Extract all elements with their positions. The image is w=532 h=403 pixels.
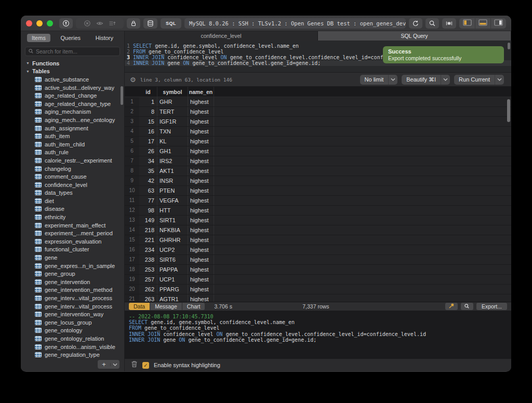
result-row[interactable]: 15 221 GHRHR highest <box>125 235 511 245</box>
search-button[interactable] <box>425 18 439 29</box>
result-row[interactable]: 21 263 AGTR1 highest <box>125 294 511 302</box>
syntax-highlighting-checkbox[interactable]: ✓ <box>142 362 149 369</box>
tab-sql-query[interactable]: SQL Query <box>318 31 511 41</box>
sidebar-table-item[interactable]: active_substance <box>21 75 124 84</box>
sidebar-table-item[interactable]: calorie_restr..._experiment <box>21 156 124 165</box>
sidebar-table-item[interactable]: gene <box>21 253 124 262</box>
cell-id[interactable]: 35 <box>139 166 157 176</box>
cell-symbol[interactable]: IGF1R <box>157 117 188 126</box>
sidebar-table-item[interactable]: gene_locus_group <box>21 318 124 327</box>
column-header-id[interactable]: id <box>139 87 157 97</box>
cell-name-en[interactable]: highest <box>188 137 214 146</box>
sidebar-table-item[interactable]: age_related_change <box>21 91 124 100</box>
cell-id[interactable]: 26 <box>139 146 157 156</box>
sidebar-table-item[interactable]: changelog <box>21 165 124 173</box>
tab-data[interactable]: Data <box>129 303 150 310</box>
cell-name-en[interactable]: highest <box>188 166 214 176</box>
search-results-button[interactable] <box>461 303 473 310</box>
fit-window-button[interactable] <box>442 18 456 29</box>
cell-id[interactable]: 34 <box>139 156 157 166</box>
cell-id[interactable]: 253 <box>139 265 157 274</box>
sidebar-tab-queries[interactable]: Queries <box>56 34 86 42</box>
sidebar-table-item[interactable]: gene_group <box>21 270 124 278</box>
plus-icon[interactable]: + <box>98 360 110 368</box>
pin-result-button[interactable] <box>445 303 458 310</box>
cell-name-en[interactable]: highest <box>188 255 214 264</box>
sidebar-table-item[interactable]: gene_intervention_way <box>21 310 124 318</box>
refresh-button[interactable] <box>409 18 422 29</box>
column-header-name-en[interactable]: name_en <box>188 87 214 97</box>
sidebar-table-item[interactable]: diet <box>21 197 124 205</box>
sidebar-search[interactable] <box>25 47 120 56</box>
result-row[interactable]: 10 63 PTEN highest <box>125 186 511 196</box>
cell-name-en[interactable]: highest <box>188 97 214 106</box>
sidebar-table-item[interactable]: aging_mech...ene_ontology <box>21 116 124 124</box>
cell-id[interactable]: 257 <box>139 275 157 284</box>
close-window-button[interactable] <box>26 20 32 26</box>
cell-id[interactable]: 149 <box>139 216 157 225</box>
sidebar-tab-history[interactable]: History <box>91 34 118 42</box>
cell-id[interactable]: 8 <box>139 107 157 116</box>
sidebar-table-item[interactable]: experiment_main_effect <box>21 221 124 230</box>
disclosure-triangle-icon[interactable]: ▼ <box>26 70 30 73</box>
functions-group[interactable]: ▼ Functions <box>21 59 124 68</box>
cell-id[interactable]: 221 <box>139 235 157 245</box>
result-row[interactable]: 19 257 UCP1 highest <box>125 275 511 285</box>
sidebar-table-item[interactable]: auth_item <box>21 132 124 140</box>
result-row[interactable]: 17 238 SIRT6 highest <box>125 255 511 265</box>
trash-icon[interactable] <box>131 360 138 370</box>
cell-symbol[interactable]: SIRT1 <box>157 216 188 225</box>
result-row[interactable]: 16 234 UCP2 highest <box>125 245 511 255</box>
cell-id[interactable]: 263 <box>139 294 157 302</box>
result-row[interactable]: 20 262 PPARG highest <box>125 285 511 294</box>
result-row[interactable]: 4 16 TXN highest <box>125 127 511 137</box>
result-row[interactable]: 9 42 INSR highest <box>125 176 511 186</box>
gear-icon[interactable]: ⚙ <box>130 76 136 83</box>
cell-name-en[interactable]: highest <box>188 245 214 254</box>
result-row[interactable]: 5 17 KL highest <box>125 137 511 146</box>
search-input[interactable] <box>36 48 117 55</box>
sidebar-table-item[interactable]: expression_evaluation <box>21 237 124 246</box>
sidebar-table-item[interactable]: auth_item_child <box>21 140 124 149</box>
chevron-down-icon[interactable] <box>388 75 397 85</box>
chevron-down-icon[interactable] <box>441 75 450 85</box>
cell-id[interactable]: 262 <box>139 285 157 294</box>
cell-name-en[interactable]: highest <box>188 117 214 126</box>
cell-symbol[interactable]: NFKBIA <box>157 225 188 235</box>
sidebar-table-item[interactable]: gene_regulation_type <box>21 351 124 359</box>
cell-name-en[interactable]: highest <box>188 285 214 294</box>
cell-id[interactable]: 1 <box>139 97 157 106</box>
result-row[interactable]: 3 15 IGF1R highest <box>125 117 511 127</box>
cell-name-en[interactable]: highest <box>188 107 214 116</box>
cell-name-en[interactable]: highest <box>188 235 214 245</box>
cell-name-en[interactable]: highest <box>188 206 214 215</box>
sidebar-table-item[interactable]: aging_mechanism <box>21 108 124 116</box>
cell-symbol[interactable]: PPARG <box>157 285 188 294</box>
cell-id[interactable]: 42 <box>139 176 157 185</box>
sidebar-table-item[interactable]: gene_ontology <box>21 327 124 335</box>
sidebar-table-item[interactable]: comment_cause <box>21 172 124 181</box>
cell-id[interactable]: 234 <box>139 245 157 254</box>
cell-name-en[interactable]: highest <box>188 294 214 302</box>
cell-symbol[interactable]: KL <box>157 137 188 146</box>
sidebar-table-item[interactable]: gene_intervention <box>21 278 124 286</box>
beautify-button[interactable]: Beautify ⌘I <box>402 75 450 85</box>
sidebar-table-item[interactable]: experiment_...ment_period <box>21 229 124 237</box>
cell-symbol[interactable]: INSR <box>157 176 188 185</box>
connection-button[interactable] <box>59 18 73 29</box>
result-row[interactable]: 14 218 NFKBIA highest <box>125 225 511 235</box>
disclosure-triangle-icon[interactable]: ▼ <box>26 61 30 65</box>
sidebar-table-item[interactable]: functional_cluster <box>21 246 124 254</box>
cell-symbol[interactable]: PTEN <box>157 186 188 195</box>
sidebar-table-item[interactable]: gene_interv...vital_process <box>21 302 124 311</box>
limit-dropdown[interactable]: No limit <box>360 75 398 85</box>
sidebar-table-item[interactable]: gene_ontology_relation <box>21 334 124 343</box>
result-row[interactable]: 12 98 HTT highest <box>125 206 511 216</box>
cell-id[interactable]: 77 <box>139 196 157 205</box>
zoom-window-button[interactable] <box>47 20 53 26</box>
result-row[interactable]: 2 8 TERT highest <box>125 107 511 117</box>
toggle-left-panel-button[interactable] <box>459 18 475 29</box>
cell-symbol[interactable]: GHR <box>157 97 188 106</box>
tables-group[interactable]: ▼ Tables <box>21 68 124 76</box>
result-row[interactable]: 1 1 GHR highest <box>125 97 511 107</box>
